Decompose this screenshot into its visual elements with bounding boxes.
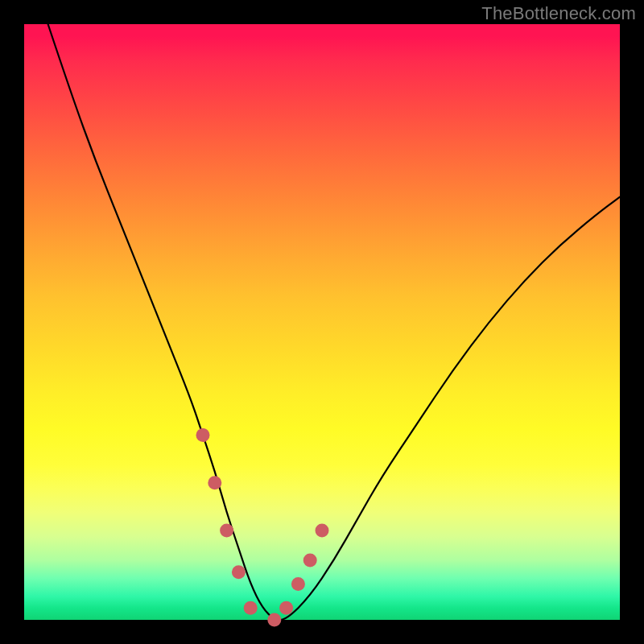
marker-point (244, 601, 258, 615)
marker-point (196, 428, 210, 442)
plot-area (24, 24, 620, 620)
marker-point (267, 613, 281, 627)
marker-point (303, 554, 317, 568)
bottleneck-curve (48, 24, 620, 620)
curve-svg (24, 24, 620, 620)
marker-point (208, 476, 221, 489)
marker-point (291, 577, 305, 591)
marker-point (316, 524, 329, 538)
watermark-text: TheBottleneck.com (481, 3, 636, 24)
marker-point (220, 524, 233, 538)
marker-point (232, 565, 246, 579)
marker-point (279, 601, 293, 615)
chart-frame: TheBottleneck.com (0, 0, 644, 644)
